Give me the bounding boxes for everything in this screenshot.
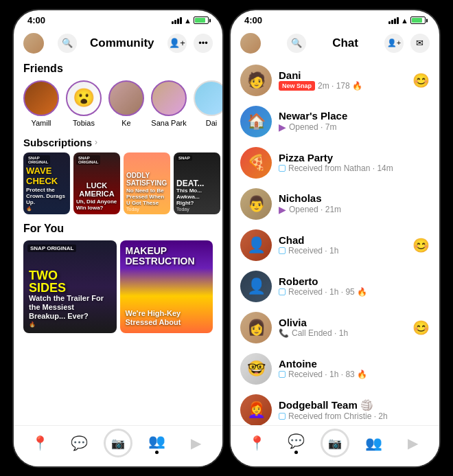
for-you-card-makeup[interactable]: MAKEUPDESTRUCTION We're High-Key Stresse… (120, 240, 213, 333)
signal-icon-right (388, 17, 399, 24)
add-friend-icon[interactable]: 👤+ (167, 34, 187, 53)
chat-item-nicholas[interactable]: 👨 Nicholas ▶ Opened · 21m (231, 183, 439, 225)
chat-meta-dodgeball: Received from Christie · 2h (288, 411, 388, 421)
friend-sana[interactable]: Sana Park (151, 80, 187, 127)
user-avatar-right[interactable] (240, 33, 261, 54)
more-options-icon[interactable]: ••• (194, 34, 213, 53)
user-avatar[interactable] (23, 33, 44, 54)
chat-info-dani: Dani New Snap 2m · 178 🔥 (279, 69, 406, 91)
nav-chat-right[interactable]: 💬 (277, 426, 316, 461)
chat-avatar-pizza: 🍕 (240, 147, 272, 179)
friend-name-dai: Dai (206, 119, 218, 127)
add-chat-icon[interactable]: 👤+ (384, 34, 404, 53)
makeup-title: MAKEUPDESTRUCTION (126, 246, 208, 267)
status-icons-left: ▲ (172, 16, 209, 25)
chat-name-antoine: Antoine (279, 358, 430, 370)
subscriptions-grid: SNAPORIGINAL WAVECHECK Protect the Crown… (14, 152, 222, 214)
nav-community-left[interactable]: 👥 (137, 426, 176, 461)
nav-map-right[interactable]: 📍 (237, 426, 277, 461)
friend-tobias[interactable]: 😮 Tobias (66, 80, 102, 127)
time-left: 4:00 (27, 15, 45, 25)
sub-badge-luck: SNAPORIGINAL (76, 155, 100, 165)
chat-sub-chad: Received · 1h (279, 246, 406, 256)
friend-name-yamill: Yamill (31, 119, 51, 127)
two-sides-source: 🔥 (29, 321, 111, 328)
chat-sub-newar: ▶ Opened · 7m (279, 122, 430, 133)
chat-info-nicholas: Nicholas ▶ Opened · 21m (279, 192, 430, 215)
chat-avatar-newar: 🏠 (240, 106, 272, 137)
chat-meta-dani: 2m · 178 🔥 (318, 81, 362, 91)
sub-card-odd-bg: ODDLYSATISFYING No Need to Be Pressed Wh… (124, 152, 170, 214)
chat-avatar-dodgeball: 👩‍🦰 (240, 394, 272, 425)
phone-indicator-olivia: 📞 (279, 328, 289, 338)
makeup-sub: We're High-Key Stressed About (126, 309, 208, 327)
square-indicator-pizza (279, 165, 286, 172)
battery-icon (194, 16, 209, 24)
new-story-icon[interactable]: ✉ (410, 34, 430, 53)
friend-dai[interactable]: Dai (194, 80, 222, 127)
sub-card-odd[interactable]: ODDLYSATISFYING No Need to Be Pressed Wh… (124, 152, 170, 214)
friend-ke[interactable]: Ke (108, 80, 144, 127)
chat-item-pizza[interactable]: 🍕 Pizza Party Received from Nathan · 14m (231, 142, 439, 183)
chat-emoji-chad: 😊 (413, 237, 430, 253)
chat-item-dodgeball[interactable]: 👩‍🦰 Dodgeball Team 🏐 Received from Chris… (231, 389, 439, 425)
friends-section-label: Friends (14, 60, 222, 80)
friend-avatar-dai (194, 80, 222, 116)
for-you-section: For You SNAP ORIGINAL TWOSIDES Watch the… (14, 214, 222, 333)
chat-item-roberto[interactable]: 👤 Roberto Received · 1h · 95 🔥 (231, 266, 439, 307)
chat-sub-dodgeball: Received from Christie · 2h (279, 411, 430, 421)
nav-map-left[interactable]: 📍 (21, 426, 60, 461)
chat-header: 🔍 Chat 👤+ ✉ (231, 30, 439, 60)
chat-avatar-dani: 🧑 (240, 65, 272, 96)
sub-title-deat: This Mo... Awkwa... Right? (176, 188, 218, 206)
map-icon-right: 📍 (248, 435, 266, 451)
community-icon-right: 👥 (365, 435, 382, 451)
friend-name-sana: Sana Park (151, 119, 186, 127)
sub-card-deat[interactable]: SNAP DEAT... This Mo... Awkwa... Right? … (174, 152, 220, 214)
chat-meta-chad: Received · 1h (288, 246, 338, 256)
chat-info-antoine: Antoine Received · 1h · 83 🔥 (279, 358, 430, 379)
chat-item-newar[interactable]: 🏠 Newar's Place ▶ Opened · 7m (231, 101, 439, 142)
search-icon-right[interactable]: 🔍 (287, 34, 306, 53)
page-title-right: Chat (332, 36, 358, 50)
nav-camera-right[interactable]: 📷 (316, 426, 355, 461)
chat-meta-olivia: Call Ended · 1h (292, 328, 348, 338)
chat-info-pizza: Pizza Party Received from Nathan · 14m (279, 152, 430, 173)
camera-icon-right: 📷 (328, 437, 342, 450)
sub-title-luck: Uh, Did Anyone Win Iowa? (76, 199, 117, 212)
chat-sub-nicholas: ▶ Opened · 21m (279, 204, 430, 215)
chat-info-olivia: Olivia 📞 Call Ended · 1h (279, 317, 406, 338)
status-bar-left: 4:00 ▲ (14, 10, 222, 30)
chat-item-chad[interactable]: 👤 Chad Received · 1h 😊 (231, 225, 439, 266)
nav-camera-left[interactable]: 📷 (99, 426, 138, 461)
signal-icon (172, 17, 182, 24)
chat-item-antoine[interactable]: 🤓 Antoine Received · 1h · 83 🔥 (231, 348, 439, 389)
search-icon[interactable]: 🔍 (58, 34, 77, 53)
chat-name-roberto: Roberto (279, 275, 430, 287)
nav-play-right[interactable]: ▶ (393, 426, 432, 461)
friend-yamill[interactable]: Yamill (23, 80, 59, 127)
nav-play-left[interactable]: ▶ (176, 426, 216, 461)
chat-icon-right: 💬 (288, 433, 305, 449)
nav-community-right[interactable]: 👥 (354, 426, 393, 461)
camera-button-right[interactable]: 📷 (321, 429, 349, 457)
subscriptions-header: Subscriptions › (14, 135, 222, 152)
chat-avatar-roberto: 👤 (240, 271, 272, 302)
wifi-icon: ▲ (184, 16, 191, 25)
sub-card-luck[interactable]: SNAPORIGINAL LUCKAMERICA Uh, Did Anyone … (73, 152, 120, 214)
battery-icon-right (410, 16, 426, 24)
sub-card-wave-bg: SNAPORIGINAL WAVECHECK Protect the Crown… (23, 152, 70, 214)
chat-item-dani[interactable]: 🧑 Dani New Snap 2m · 178 🔥 😊 (231, 60, 439, 101)
status-bar-right: 4:00 ▲ (231, 10, 439, 30)
subscriptions-chevron: › (95, 137, 97, 147)
friend-avatar-yamill (23, 80, 59, 116)
chat-name-dani: Dani (279, 69, 406, 81)
chat-sub-roberto: Received · 1h · 95 🔥 (279, 287, 430, 297)
chat-right-dani: 😊 (413, 72, 430, 89)
bottom-nav-right: 📍 💬 📷 👥 ▶ (231, 425, 439, 466)
chat-item-olivia[interactable]: 👩 Olivia 📞 Call Ended · 1h 😊 (231, 307, 439, 348)
sub-card-wave[interactable]: SNAPORIGINAL WAVECHECK Protect the Crown… (23, 152, 70, 214)
camera-button-left[interactable]: 📷 (104, 429, 132, 457)
for-you-card-two-sides[interactable]: SNAP ORIGINAL TWOSIDES Watch the Trailer… (23, 240, 117, 333)
nav-chat-left[interactable]: 💬 (60, 426, 99, 461)
